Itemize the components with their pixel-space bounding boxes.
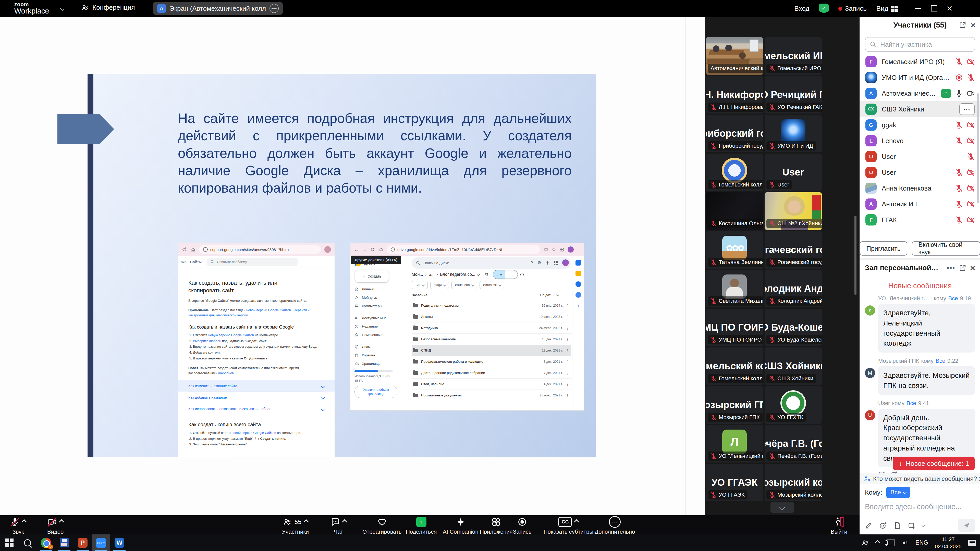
tab-conference[interactable]: Конференция: [81, 3, 135, 11]
help-icon[interactable]: ?: [531, 260, 533, 265]
format-text-icon[interactable]: [865, 522, 873, 529]
participant-search[interactable]: [865, 37, 975, 52]
participant-row[interactable]: ГГГАК: [860, 212, 980, 228]
view-button[interactable]: Вид: [877, 5, 898, 13]
attach-file-icon[interactable]: [894, 522, 901, 529]
login-button[interactable]: Вход: [794, 5, 810, 13]
apps-grid-icon[interactable]: [554, 261, 558, 265]
chat-more-icon[interactable]: •••: [947, 264, 955, 272]
tray-people-icon[interactable]: [861, 539, 869, 547]
bookmark-star-icon[interactable]: [552, 248, 556, 252]
audio-options-chevron[interactable]: [22, 519, 27, 524]
video-tile[interactable]: ✿✿✿Татьяна Земляник: [706, 231, 763, 268]
new-message-button[interactable]: ↓Новое сообщение: 1: [893, 457, 975, 470]
reload-icon[interactable]: [182, 247, 187, 252]
mic-muted-icon[interactable]: [955, 216, 963, 224]
participant-row[interactable]: ГГомельский ИРО (Я): [860, 54, 980, 70]
mic-on-icon[interactable]: [955, 89, 963, 97]
language-indicator[interactable]: ENG: [915, 539, 928, 546]
chat-privacy-notice[interactable]: Кто может видеть ваши сообщения? Запись …: [860, 473, 980, 484]
view-toggle[interactable]: ✓ ≡∷: [493, 270, 518, 279]
home-icon[interactable]: [190, 247, 196, 252]
participants-chevron[interactable]: [304, 519, 309, 524]
table-row[interactable]: Родителям и педагогам16 янв. 2024 г.⋮: [412, 300, 571, 311]
sidebar-item-shared[interactable]: Доступные мне: [355, 314, 408, 322]
video-tile[interactable]: УМО ИТ и ИД: [765, 115, 822, 152]
gallery-expand-button[interactable]: [770, 502, 794, 513]
participants-button[interactable]: 55 Участники: [282, 517, 309, 535]
participant-row[interactable]: УМО ИТ и ИД (Организатор): [860, 70, 980, 86]
contacts-icon[interactable]: [576, 292, 581, 298]
video-tile-speaking[interactable]: Автомеханический колледж: [706, 37, 763, 75]
video-tile[interactable]: UserUser: [765, 154, 822, 191]
participant-row[interactable]: ГГГКДиКГ: [860, 228, 980, 229]
video-tile[interactable]: Светлана Михальцова: [706, 270, 763, 307]
video-options-chevron[interactable]: [59, 519, 64, 524]
gallery-scrollbar[interactable]: [854, 216, 856, 295]
menu-icon[interactable]: ⋮: [577, 248, 581, 251]
link[interactable]: новую версию Google Сайтов: [208, 333, 254, 337]
captions-chevron[interactable]: [574, 519, 579, 524]
table-row[interactable]: Стол, насилие4 дек. 2021 г.⋮: [412, 379, 571, 390]
video-tile[interactable]: УМЦ ПО ГОИРОУМЦ ПО ГОИРО: [706, 309, 763, 346]
camera-on-icon[interactable]: [967, 89, 975, 97]
address-bar[interactable]: support.google.com/sites/answer/98081?hl…: [199, 245, 321, 254]
list-view-selected[interactable]: ✓ ≡: [493, 270, 505, 279]
table-row[interactable]: методичка24 февр. 2022 г.⋮: [412, 322, 571, 333]
create-button[interactable]: +Создать: [355, 270, 389, 283]
restore-button[interactable]: [931, 5, 937, 11]
camera-off-icon[interactable]: [967, 184, 975, 192]
add-reaction-icon[interactable]: [891, 471, 897, 473]
message-recipient[interactable]: Все: [907, 400, 916, 407]
video-tile[interactable]: ЛУО "Лельчицкий госуда...: [706, 425, 763, 462]
recipient-selector[interactable]: Все: [886, 487, 910, 498]
participants-scrollbar[interactable]: [977, 94, 979, 203]
participant-row[interactable]: UUser: [860, 165, 980, 180]
video-tile[interactable]: Рогачевский го...Рогачевский государств.…: [765, 231, 822, 268]
back-icon[interactable]: ←: [354, 247, 359, 252]
gemini-icon[interactable]: [546, 261, 550, 265]
taskbar-word[interactable]: W: [110, 534, 129, 551]
sidebar-item-starred[interactable]: Помеченные: [355, 330, 408, 339]
table-row-selected[interactable]: СПИД13 дек. 2021 г.⋮: [412, 345, 571, 356]
participant-row[interactable]: ААнтоник И.Г.: [860, 196, 980, 212]
participant-row[interactable]: UUser: [860, 149, 980, 165]
breadcrumb[interactable]: вка - Сайты: [181, 260, 202, 264]
invite-button[interactable]: Пригласить: [860, 241, 907, 256]
video-tile[interactable]: Мозырский ГПКМозырский ГПК: [706, 386, 763, 424]
video-tile[interactable]: УО ГГХТК: [765, 386, 822, 424]
taskbar-powerpoint[interactable]: P: [73, 534, 92, 551]
camera-off-icon[interactable]: [967, 58, 975, 65]
mic-muted-icon[interactable]: [955, 184, 963, 192]
participant-row[interactable]: LLenovo: [860, 133, 980, 149]
buy-storage-button[interactable]: Увеличить объем хранилища: [355, 386, 397, 398]
participant-row[interactable]: Gggak: [860, 117, 980, 133]
mic-muted-icon[interactable]: [955, 121, 963, 129]
share-button[interactable]: ↑ Поделиться: [406, 517, 437, 535]
table-row[interactable]: Профилактическая работа в колледже8 дек.…: [412, 356, 571, 367]
mic-muted-icon[interactable]: [955, 137, 963, 144]
minimize-button[interactable]: [915, 8, 921, 9]
home-icon[interactable]: [379, 247, 383, 252]
apps-button[interactable]: Приложения: [480, 517, 513, 535]
video-tile[interactable]: Приборский го...Приборский государств...: [706, 115, 763, 152]
taskbar-chrome[interactable]: V: [37, 534, 55, 551]
close-icon[interactable]: ×: [970, 264, 975, 272]
cast-icon[interactable]: [544, 248, 548, 252]
link[interactable]: шаблоном.: [218, 371, 235, 375]
video-tile[interactable]: Л.Н. Никифоро...Л.Н. Никифорова: [706, 76, 763, 114]
share-person-icon[interactable]: [484, 272, 489, 277]
extensions-icon[interactable]: [560, 248, 564, 252]
emoji-icon[interactable]: [879, 522, 887, 529]
popout-icon[interactable]: [959, 21, 966, 29]
more-button[interactable]: ··· Дополнительно: [595, 517, 635, 535]
chat-button[interactable]: Чат: [331, 517, 346, 535]
send-button[interactable]: [958, 519, 975, 532]
audio-button[interactable]: Звук: [10, 517, 26, 535]
start-button[interactable]: [0, 534, 18, 551]
video-tile[interactable]: УО Речицкий Г...УО Речицкий ГАК: [765, 76, 822, 114]
mic-muted-icon[interactable]: [967, 153, 975, 160]
chip-type[interactable]: Тип: [412, 281, 428, 289]
chip-people[interactable]: Люди: [430, 281, 449, 289]
video-tile[interactable]: СШЗ ХойникиСШЗ Хойники: [765, 348, 822, 385]
